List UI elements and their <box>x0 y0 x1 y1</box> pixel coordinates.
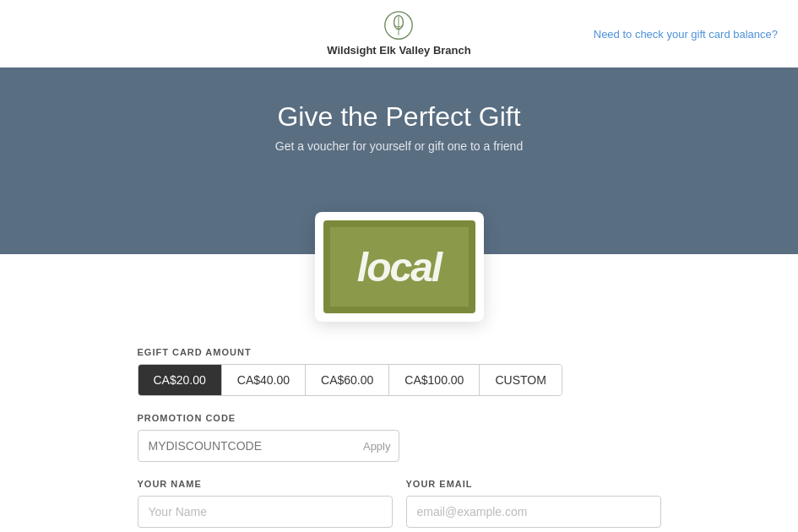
gift-card-image: local <box>323 220 475 313</box>
hero-subtitle: Get a voucher for yourself or gift one t… <box>17 139 781 153</box>
main-form: EGIFT CARD AMOUNT CA$20.00 CA$40.00 CA$6… <box>121 347 678 532</box>
your-email-label: YOUR EMAIL <box>406 479 661 489</box>
amount-buttons-group: CA$20.00 CA$40.00 CA$60.00 CA$100.00 CUS… <box>138 364 562 396</box>
gift-card-text: local <box>357 244 441 290</box>
amount-btn-60[interactable]: CA$60.00 <box>306 365 389 395</box>
amount-btn-20[interactable]: CA$20.00 <box>138 365 222 395</box>
header: Wildsight Elk Valley Branch Need to chec… <box>0 0 798 68</box>
name-email-row: YOUR NAME YOUR EMAIL <box>138 479 661 532</box>
amount-label: EGIFT CARD AMOUNT <box>138 347 661 357</box>
your-email-input[interactable] <box>406 496 661 528</box>
promo-input[interactable] <box>138 430 399 462</box>
amount-section: EGIFT CARD AMOUNT CA$20.00 CA$40.00 CA$6… <box>138 347 661 396</box>
your-name-input[interactable] <box>138 496 393 528</box>
amount-btn-100[interactable]: CA$100.00 <box>389 365 480 395</box>
amount-btn-custom[interactable]: CUSTOM <box>480 365 561 395</box>
logo-icon <box>383 10 414 41</box>
promo-apply-button[interactable]: Apply <box>363 440 391 453</box>
brand-name: Wildsight Elk Valley Branch <box>327 44 470 57</box>
your-email-group: YOUR EMAIL <box>406 479 661 528</box>
promo-section: PROMOTION CODE Apply <box>138 413 661 462</box>
hero-title: Give the Perfect Gift <box>17 101 781 133</box>
logo-area: Wildsight Elk Valley Branch <box>327 10 470 57</box>
balance-link[interactable]: Need to check your gift card balance? <box>594 27 778 40</box>
your-name-group: YOUR NAME <box>138 479 393 528</box>
gift-card-container: local <box>315 212 484 322</box>
your-name-label: YOUR NAME <box>138 479 393 489</box>
amount-btn-40[interactable]: CA$40.00 <box>222 365 306 395</box>
hero-banner: Give the Perfect Gift Get a voucher for … <box>0 68 798 254</box>
promo-input-wrapper: Apply <box>138 430 399 462</box>
promo-label: PROMOTION CODE <box>138 413 661 423</box>
